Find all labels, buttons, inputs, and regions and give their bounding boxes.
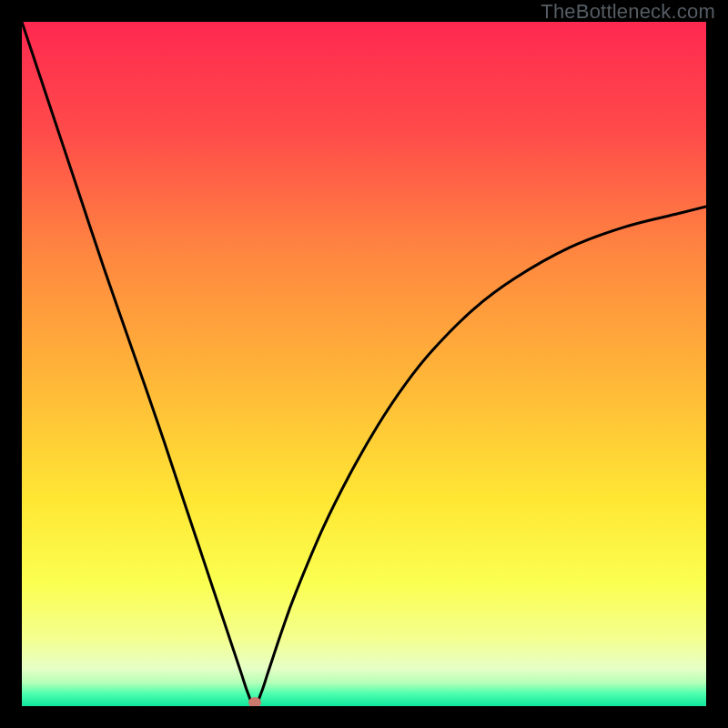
optimal-point-marker bbox=[248, 697, 261, 706]
plot-area bbox=[22, 22, 706, 706]
bottleneck-curve bbox=[22, 22, 706, 706]
watermark-text: TheBottleneck.com bbox=[541, 0, 715, 24]
curve-layer bbox=[22, 22, 706, 706]
chart-frame: TheBottleneck.com bbox=[0, 0, 728, 728]
